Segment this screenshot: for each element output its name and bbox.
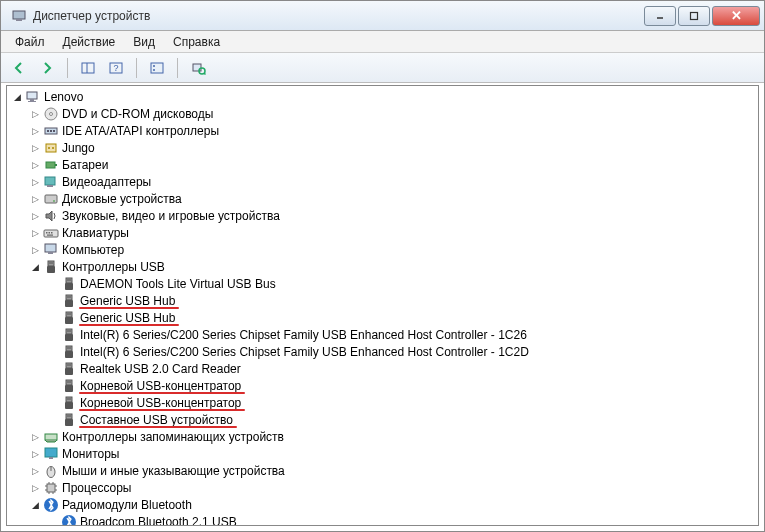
tree-category-3[interactable]: ▷Батареи [7,156,758,173]
expand-arrow-icon[interactable]: ▷ [29,142,41,154]
tree-item-label: Broadcom Bluetooth 2.1 USB [79,515,237,527]
tree-device-9-8[interactable]: Составное USB устройство [7,411,758,428]
no-arrow [47,363,59,375]
svg-rect-80 [45,448,57,457]
minimize-button[interactable] [644,6,676,26]
collapse-arrow-icon[interactable]: ◢ [29,261,41,273]
device-tree[interactable]: ◢Lenovo▷DVD и CD-ROM дисководы▷IDE ATA/A… [6,85,759,526]
tree-category-4[interactable]: ▷Видеоадаптеры [7,173,758,190]
collapse-arrow-icon[interactable]: ◢ [29,499,41,511]
tree-category-1[interactable]: ▷IDE ATA/ATAPI контроллеры [7,122,758,139]
show-hide-button[interactable] [76,56,100,80]
usb-icon [61,310,77,326]
expand-arrow-icon[interactable]: ▷ [29,108,41,120]
help-button[interactable]: ? [104,56,128,80]
tree-category-13[interactable]: ▷Процессоры [7,479,758,496]
svg-rect-36 [47,234,53,235]
expand-arrow-icon[interactable]: ▷ [29,482,41,494]
tree-device-9-2[interactable]: Generic USB Hub [7,309,758,326]
tree-item-label: Процессоры [61,481,132,495]
tree-device-9-1[interactable]: Generic USB Hub [7,292,758,309]
maximize-button[interactable] [678,6,710,26]
snd-icon [43,208,59,224]
menu-action[interactable]: Действие [55,33,124,51]
svg-rect-29 [47,185,53,187]
expand-arrow-icon[interactable]: ▷ [29,176,41,188]
bt-icon [61,514,77,527]
menu-help[interactable]: Справка [165,33,228,51]
tree-item-label: Радиомодули Bluetooth [61,498,192,512]
svg-rect-4 [82,63,94,73]
expand-arrow-icon[interactable]: ▷ [29,431,41,443]
svg-rect-45 [68,279,69,281]
forward-button[interactable] [35,56,59,80]
tree-root[interactable]: ◢Lenovo [7,88,758,105]
tree-category-5[interactable]: ▷Дисковые устройства [7,190,758,207]
tree-item-label: Generic USB Hub [79,311,175,325]
tree-category-11[interactable]: ▷Мониторы [7,445,758,462]
svg-rect-84 [47,484,55,492]
usb-icon [43,259,59,275]
ide-icon [43,123,59,139]
no-arrow [47,295,59,307]
svg-rect-20 [47,130,49,132]
svg-rect-39 [48,261,54,266]
tree-device-9-0[interactable]: DAEMON Tools Lite Virtual USB Bus [7,275,758,292]
expand-arrow-icon[interactable]: ▷ [29,125,41,137]
back-button[interactable] [7,56,31,80]
svg-rect-60 [65,351,73,358]
tree-category-10[interactable]: ▷Контроллеры запоминающих устройств [7,428,758,445]
tree-device-9-6[interactable]: Корневой USB-концентратор [7,377,758,394]
tree-category-2[interactable]: ▷Jungo [7,139,758,156]
no-arrow [47,380,59,392]
expand-arrow-icon[interactable]: ▷ [29,448,41,460]
svg-rect-1 [16,19,22,21]
expand-arrow-icon[interactable]: ▷ [29,244,41,256]
tree-device-9-4[interactable]: Intel(R) 6 Series/C200 Series Chipset Fa… [7,343,758,360]
properties-button[interactable] [145,56,169,80]
usb-icon [61,412,77,428]
tree-category-8[interactable]: ▷Компьютер [7,241,758,258]
vid-icon [43,174,59,190]
tree-category-12[interactable]: ▷Мыши и иные указывающие устройства [7,462,758,479]
usb-icon [61,327,77,343]
tree-item-label: Generic USB Hub [79,294,175,308]
expand-arrow-icon[interactable]: ▷ [29,210,41,222]
tree-item-label: Мониторы [61,447,119,461]
tree-category-6[interactable]: ▷Звуковые, видео и игровые устройства [7,207,758,224]
svg-point-31 [53,200,55,202]
svg-rect-30 [45,195,57,203]
tree-category-0[interactable]: ▷DVD и CD-ROM дисководы [7,105,758,122]
tree-category-7[interactable]: ▷Клавиатуры [7,224,758,241]
menu-view[interactable]: Вид [125,33,163,51]
app-icon [11,8,27,24]
svg-rect-48 [65,300,73,307]
no-arrow [47,516,59,527]
svg-rect-14 [27,92,37,99]
scan-button[interactable] [186,56,210,80]
svg-point-24 [48,147,50,149]
usb-icon [61,361,77,377]
tree-device-9-5[interactable]: Realtek USB 2.0 Card Reader [7,360,758,377]
tree-category-14[interactable]: ◢Радиомодули Bluetooth [7,496,758,513]
svg-rect-38 [48,252,53,254]
tree-category-9[interactable]: ◢Контроллеры USB [7,258,758,275]
expand-arrow-icon[interactable]: ▷ [29,159,41,171]
menu-file[interactable]: Файл [7,33,53,51]
tree-item-label: Корневой USB-концентратор [79,379,241,393]
tree-device-9-7[interactable]: Корневой USB-концентратор [7,394,758,411]
close-button[interactable]: ✕ [712,6,760,26]
tree-item-label: Контроллеры USB [61,260,165,274]
expand-arrow-icon[interactable]: ▷ [29,465,41,477]
svg-point-10 [153,69,155,71]
collapse-arrow-icon[interactable]: ◢ [11,91,23,103]
no-arrow [47,397,59,409]
usb-icon [61,378,77,394]
svg-rect-56 [65,334,73,341]
tree-device-9-3[interactable]: Intel(R) 6 Series/C200 Series Chipset Fa… [7,326,758,343]
expand-arrow-icon[interactable]: ▷ [29,193,41,205]
tree-device-14-0[interactable]: Broadcom Bluetooth 2.1 USB [7,513,758,526]
mem-icon [43,429,59,445]
jungo-icon [43,140,59,156]
expand-arrow-icon[interactable]: ▷ [29,227,41,239]
